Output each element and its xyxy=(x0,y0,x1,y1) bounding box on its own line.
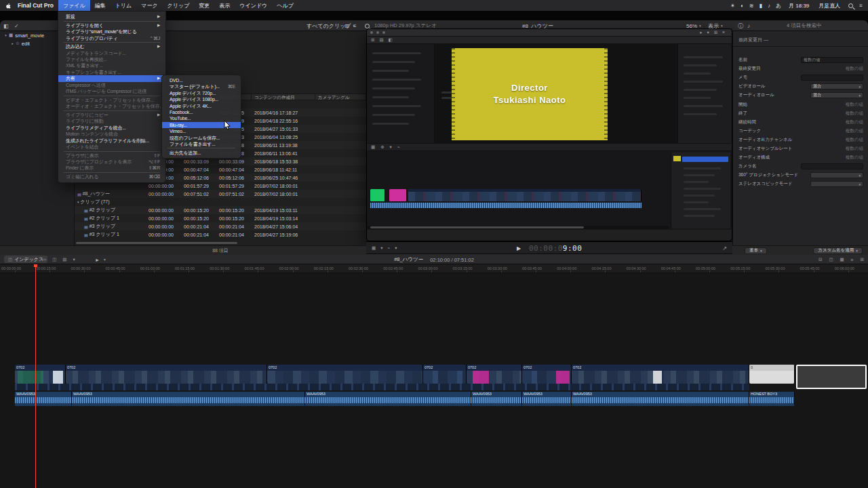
list-view-icon[interactable]: ≡ xyxy=(353,20,357,31)
audio-clip[interactable]: WAAV0953 xyxy=(72,392,305,406)
basic-button[interactable]: 基本▾ xyxy=(745,247,767,254)
menubar-item[interactable]: 表示 xyxy=(214,0,235,11)
share-menu-item[interactable]: マスター (デフォルト)...⌘E xyxy=(162,83,241,89)
share-menu-item[interactable]: Apple デバイス 4K... xyxy=(162,103,241,109)
video-clip[interactable]: 0702 xyxy=(66,365,267,384)
timeline-view-icon[interactable]: ◫ xyxy=(52,257,56,262)
strip-toolbar-icon[interactable]: ⊕ xyxy=(380,144,384,150)
file-menu-item[interactable]: ゴミ箱に入れる⌘⌫ xyxy=(58,174,165,180)
file-menu-item[interactable]: Compressor へ送信 xyxy=(58,82,165,88)
keyboard-icon[interactable]: ◐ xyxy=(738,3,747,9)
audio-meter-icon[interactable]: ♪ xyxy=(747,20,750,31)
transport-icon[interactable]: ⌁ xyxy=(387,245,390,251)
app-name[interactable]: Final Cut Pro xyxy=(13,0,58,11)
inspector-field[interactable]: 複数の値 xyxy=(801,57,863,63)
timeline-view-icon[interactable]: ▭ xyxy=(42,257,46,262)
audio-clip[interactable]: HONEST BOY3 xyxy=(749,392,795,406)
checkmark-icon[interactable]: ✓ xyxy=(14,20,19,31)
spotlight-icon[interactable] xyxy=(848,3,853,8)
strip-toolbar-icon[interactable]: ▾ xyxy=(390,144,392,150)
file-menu-item[interactable]: ライブラリにコピー▶ xyxy=(58,112,165,118)
menubar-clock[interactable]: 月 18:39 xyxy=(784,0,814,11)
title-card[interactable]: Director Tsukiashi Naoto xyxy=(452,48,608,140)
timeline-option-icon[interactable]: ≡ xyxy=(851,258,854,262)
scroll-thumb[interactable] xyxy=(370,226,584,228)
file-menu-item[interactable]: ブラウザに表示⇧F xyxy=(58,152,165,159)
file-menu-item[interactable]: ライブラリに移動 xyxy=(58,118,165,124)
inspector-select[interactable]: ▾ xyxy=(810,181,863,187)
file-menu-item[interactable]: 新規▶ xyxy=(58,14,165,20)
expand-icon[interactable]: ↗ xyxy=(722,242,727,254)
file-menu-item[interactable]: ライブラリ“smart_movie”を閉じる xyxy=(58,28,165,35)
close-icon[interactable] xyxy=(370,31,373,34)
browser-row[interactable]: ▤#2 クリップ 100:00:00:0000:00:15:2000:00:15… xyxy=(75,214,366,222)
share-menu-item[interactable]: 出力先を追加... xyxy=(162,150,241,156)
browser-scrollbar[interactable] xyxy=(76,242,237,244)
file-menu-item[interactable]: Finder に表示⇧⌘R xyxy=(58,165,165,171)
file-menu-item[interactable]: 生成されたライブラリファイルを削除... xyxy=(58,138,165,144)
share-menu-item[interactable]: DVD... xyxy=(162,77,241,83)
timeline-view-icon[interactable]: ▤ xyxy=(62,257,66,262)
mini-clip[interactable] xyxy=(408,189,642,201)
timeline-option-icon[interactable]: ⊟ xyxy=(818,257,822,262)
menubar-item[interactable]: クリップ xyxy=(163,0,195,11)
browser-row[interactable]: ▤#3 クリップ00:00:00:0000:00:21:0400:00:21:0… xyxy=(75,222,366,230)
disclosure-closed-icon[interactable]: ▸ xyxy=(9,41,16,45)
minimize-icon[interactable] xyxy=(376,31,379,34)
file-menu-item[interactable]: オーディオ・エフェクト・プリセットを保存... xyxy=(58,103,165,109)
audio-clip[interactable]: WAAV0953 xyxy=(471,392,522,406)
preview-toolbar-icon[interactable]: ◧ xyxy=(389,37,393,43)
zoom-window-icon[interactable] xyxy=(382,31,385,34)
preview-toolbar-icon[interactable]: ⊞ xyxy=(371,37,374,43)
audio-clip[interactable]: WAAV0953 xyxy=(305,392,471,406)
menubar-item[interactable]: ヘルプ xyxy=(272,0,298,11)
sidebar-toggle-icon[interactable]: ◧ xyxy=(3,20,9,31)
strip-toolbar-icon[interactable]: ▦ xyxy=(371,144,375,150)
transport-icon[interactable]: ▾ xyxy=(380,245,382,251)
menubar-item[interactable]: 編集 xyxy=(90,0,111,11)
file-menu-item[interactable]: XML を書き出す... xyxy=(58,62,165,68)
transport-icon[interactable]: ▾ xyxy=(395,245,397,251)
inspector-select[interactable]: 混合▾ xyxy=(810,83,863,89)
playhead[interactable] xyxy=(35,264,36,488)
titlebar-icon[interactable]: ⊞ xyxy=(714,30,717,35)
selected-index-row[interactable] xyxy=(682,157,728,162)
apply-custom-name-button[interactable]: カスタム名を適用▾ xyxy=(813,247,863,254)
title-thumbnail[interactable] xyxy=(673,156,681,161)
file-menu-item[interactable]: メディアをトランスコード... xyxy=(58,50,165,56)
disclosure-open-icon[interactable]: ▾ xyxy=(3,33,9,37)
mini-audio-bar[interactable] xyxy=(370,203,642,208)
file-menu-item[interactable]: ファイルを再接続... xyxy=(58,56,165,62)
wifi-icon[interactable]: ≋ xyxy=(747,3,757,9)
index-button[interactable]: ◫インデックス xyxy=(4,256,47,263)
menubar-item[interactable]: 変更 xyxy=(194,0,214,11)
connected-storyline[interactable] xyxy=(15,384,749,390)
preview-toolbar-icon[interactable]: ▤ xyxy=(379,37,383,43)
file-menu-item[interactable]: イベントを結合 xyxy=(58,144,165,150)
menubar-item[interactable]: マーク xyxy=(136,0,162,11)
play-icon[interactable]: ▶ xyxy=(517,242,521,254)
timeline-option-icon[interactable]: ⊞ xyxy=(861,257,864,262)
titlebar-icon[interactable]: ▸ xyxy=(700,30,702,35)
video-clip[interactable]: 0702 xyxy=(423,365,467,384)
browser-row[interactable]: ▾クリップ (77) xyxy=(75,198,366,206)
filmstrip-view-icon[interactable]: ⊞ xyxy=(344,20,349,31)
selected-clip-placeholder[interactable] xyxy=(796,365,867,389)
share-menu-item[interactable]: Apple デバイス 1080p... xyxy=(162,96,241,102)
file-menu-item[interactable]: キャプションを書き出す... xyxy=(58,69,165,75)
timeline-view-icon[interactable]: ▾ xyxy=(73,257,75,262)
notification-center-icon[interactable]: ≡ xyxy=(856,3,868,9)
menubar-item[interactable]: ファイル xyxy=(58,0,90,11)
file-menu-item[interactable]: 読み込む▶ xyxy=(58,43,165,49)
file-menu-item[interactable]: ライブラリを開く▶ xyxy=(58,22,165,28)
preview-window-titlebar[interactable]: ▸▾⊞≡ xyxy=(367,29,732,37)
transport-icon[interactable]: ▦ xyxy=(372,245,376,251)
titlebar-icon[interactable]: ≡ xyxy=(722,30,725,35)
audio-clip[interactable]: WAAV0953 xyxy=(522,392,572,406)
file-menu-item[interactable]: ライブラリメディアを統合... xyxy=(58,125,165,131)
battery-icon[interactable]: ▮ xyxy=(756,3,764,9)
disclosure-open-icon[interactable]: ▾ xyxy=(77,200,79,204)
display-icon[interactable]: ☀ xyxy=(728,3,738,9)
inspector-select[interactable]: 混合▾ xyxy=(810,92,863,98)
audio-clip[interactable]: WAAV0953 xyxy=(572,392,749,406)
